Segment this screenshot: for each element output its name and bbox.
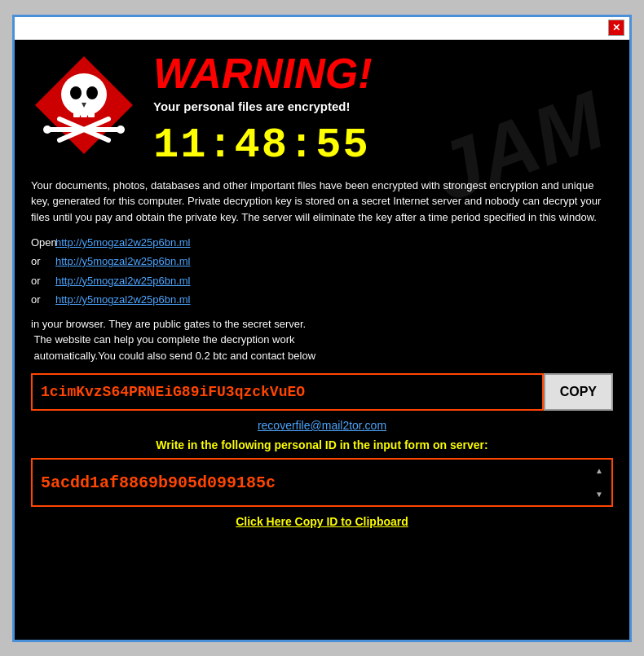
- description-text: Your documents, photos, databases and ot…: [31, 178, 613, 226]
- browser-text: in your browser. They are public gates t…: [31, 316, 613, 364]
- btc-address: 1cimKvzS64PRNEiG89iFU3qzckVuEO: [31, 373, 544, 411]
- or-label-3: or: [31, 290, 55, 309]
- link-row-2: or http://y5mogzal2w25p6bn.ml: [31, 252, 613, 271]
- svg-point-2: [70, 86, 82, 99]
- warning-title: WARNING!: [153, 52, 373, 95]
- title-bar: ✕: [15, 17, 629, 40]
- encrypted-message: Your personal files are encrypted!: [153, 99, 350, 113]
- link-row-3: or http://y5mogzal2w25p6bn.ml: [31, 271, 613, 290]
- header-section: WARNING! Your personal files are encrypt…: [31, 52, 613, 170]
- link-url-2[interactable]: http://y5mogzal2w25p6bn.ml: [55, 252, 190, 271]
- btc-row: 1cimKvzS64PRNEiG89iFU3qzckVuEO COPY: [31, 373, 613, 411]
- or-label-2: or: [31, 271, 55, 290]
- open-label: Open: [31, 233, 55, 252]
- countdown-timer: 11:48:55: [153, 121, 370, 170]
- close-button[interactable]: ✕: [608, 20, 624, 36]
- link-url-3[interactable]: http://y5mogzal2w25p6bn.ml: [55, 271, 190, 290]
- link-row-1: Open http://y5mogzal2w25p6bn.ml: [31, 233, 613, 252]
- personal-id-value: 5acdd1af8869b905d099185c: [41, 473, 592, 492]
- svg-rect-5: [81, 109, 87, 117]
- svg-point-3: [86, 86, 98, 99]
- link-url-4[interactable]: http://y5mogzal2w25p6bn.ml: [55, 290, 190, 309]
- svg-rect-6: [88, 109, 95, 117]
- ransomware-window: ✕ JAM: [12, 15, 632, 642]
- links-section: Open http://y5mogzal2w25p6bn.ml or http:…: [31, 233, 613, 310]
- email-link[interactable]: recoverfile@mail2tor.com: [31, 419, 613, 432]
- personal-id-label: Write in the following personal ID in th…: [31, 438, 613, 451]
- link-url-1[interactable]: http://y5mogzal2w25p6bn.ml: [55, 233, 190, 252]
- or-label-1: or: [31, 252, 55, 271]
- warning-right: WARNING! Your personal files are encrypt…: [153, 52, 613, 170]
- svg-point-10: [43, 125, 51, 134]
- copy-button[interactable]: COPY: [544, 373, 613, 411]
- id-box: 5acdd1af8869b905d099185c ▲ ▼: [31, 458, 613, 507]
- svg-point-11: [117, 125, 125, 134]
- link-row-4: or http://y5mogzal2w25p6bn.ml: [31, 290, 613, 309]
- svg-rect-4: [73, 109, 80, 117]
- skull-icon: [31, 52, 137, 158]
- scroll-down-arrow[interactable]: ▼: [595, 490, 603, 499]
- scroll-up-arrow[interactable]: ▲: [595, 466, 603, 475]
- copy-id-link[interactable]: Click Here Copy ID to Clipboard: [31, 515, 613, 528]
- id-scrollbar: ▲ ▼: [595, 466, 603, 499]
